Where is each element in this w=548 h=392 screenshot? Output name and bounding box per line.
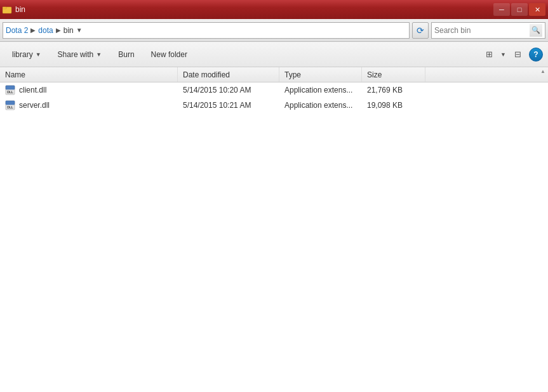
breadcrumb-arrow-1: ▶ (30, 27, 36, 34)
new-folder-button[interactable]: New folder (144, 45, 194, 64)
window-title: bin (15, 5, 25, 14)
address-bar: Dota 2 ▶ dota ▶ bin ▼ ⟳ 🔍 (0, 19, 548, 42)
dll-icon: DLL (5, 100, 15, 110)
breadcrumb[interactable]: Dota 2 ▶ dota ▶ bin ▼ (3, 22, 410, 39)
share-with-button[interactable]: Share with ▼ (51, 45, 109, 64)
breadcrumb-bin[interactable]: bin (63, 26, 74, 35)
file-size: 21,769 KB (367, 86, 403, 95)
file-size: 19,098 KB (367, 101, 403, 110)
file-name-cell: DLL client.dll (0, 82, 178, 98)
detail-view-button[interactable]: ⊟ (509, 46, 526, 63)
file-name-cell: DLL server.dll (0, 98, 178, 113)
column-header: ▲ Name Date modified Type Size (0, 67, 548, 82)
file-list: DLL client.dll 5/14/2015 10:20 AM Applic… (0, 82, 548, 392)
file-type-cell: Application extens... (279, 98, 362, 113)
sort-arrow: ▲ (538, 67, 548, 82)
file-type: Application extens... (284, 86, 352, 95)
svg-rect-3 (6, 86, 15, 89)
share-with-label: Share with (58, 50, 94, 59)
file-date-cell: 5/14/2015 10:21 AM (178, 98, 279, 113)
content-area: ▲ Name Date modified Type Size DLL clien… (0, 67, 548, 392)
list-view-icon: ⊞ (486, 49, 493, 59)
new-folder-label: New folder (151, 50, 187, 59)
col-header-size[interactable]: Size (362, 67, 425, 82)
library-dropdown-arrow: ▼ (36, 51, 41, 58)
search-box: 🔍 (431, 22, 545, 39)
svg-rect-1 (3, 7, 6, 9)
burn-button[interactable]: Burn (111, 45, 141, 64)
col-header-date[interactable]: Date modified (178, 67, 279, 82)
file-type: Application extens... (284, 101, 352, 110)
toolbar-right: ⊞ ▼ ⊟ ? (480, 46, 543, 63)
col-header-type[interactable]: Type (279, 67, 362, 82)
dll-icon: DLL (5, 85, 15, 95)
file-date-cell: 5/14/2015 10:20 AM (178, 82, 279, 98)
svg-rect-6 (6, 101, 15, 105)
help-button[interactable]: ? (529, 48, 543, 62)
search-input[interactable] (434, 26, 530, 35)
file-name: client.dll (19, 86, 46, 95)
window-controls: ─ □ ✕ (493, 3, 545, 16)
title-bar: bin ─ □ ✕ (0, 0, 548, 19)
breadcrumb-dota2[interactable]: Dota 2 (6, 26, 28, 35)
burn-label: Burn (118, 50, 134, 59)
maximize-button[interactable]: □ (511, 3, 528, 16)
file-name: server.dll (19, 101, 50, 110)
view-dropdown-arrow[interactable]: ▼ (500, 51, 506, 58)
title-bar-left: bin (3, 4, 25, 15)
search-button[interactable]: 🔍 (530, 24, 542, 37)
file-size-cell: 19,098 KB (362, 98, 425, 113)
list-view-button[interactable]: ⊞ (480, 46, 498, 63)
col-header-name[interactable]: Name (0, 67, 178, 82)
svg-text:DLL: DLL (7, 90, 13, 94)
refresh-button[interactable]: ⟳ (412, 22, 429, 39)
file-date: 5/14/2015 10:21 AM (183, 101, 251, 110)
toolbar: library ▼ Share with ▼ Burn New folder ⊞… (0, 42, 548, 67)
share-with-dropdown-arrow: ▼ (96, 51, 102, 58)
minimize-button[interactable]: ─ (493, 3, 510, 16)
file-date: 5/14/2015 10:20 AM (183, 86, 251, 95)
table-row[interactable]: DLL client.dll 5/14/2015 10:20 AM Applic… (0, 82, 548, 98)
breadcrumb-dota[interactable]: dota (38, 26, 53, 35)
file-size-cell: 21,769 KB (362, 82, 425, 98)
library-label: library (12, 50, 33, 59)
window-icon (3, 4, 13, 15)
breadcrumb-arrow-2: ▶ (56, 27, 61, 34)
file-type-cell: Application extens... (279, 82, 362, 98)
breadcrumb-dropdown-arrow[interactable]: ▼ (76, 27, 83, 34)
close-button[interactable]: ✕ (529, 3, 545, 16)
table-row[interactable]: DLL server.dll 5/14/2015 10:21 AM Applic… (0, 98, 548, 113)
detail-view-icon: ⊟ (514, 49, 521, 59)
library-button[interactable]: library ▼ (5, 45, 48, 64)
svg-text:DLL: DLL (7, 105, 13, 109)
